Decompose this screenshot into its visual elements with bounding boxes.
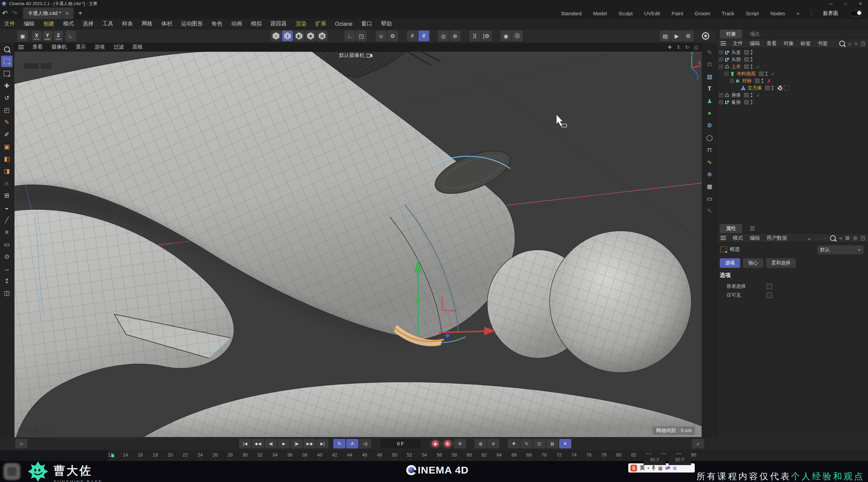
phong-tag-icon[interactable]	[777, 85, 783, 91]
record-keyframe-button[interactable]: ◆	[430, 439, 441, 448]
iron-tool[interactable]: ▭	[1, 239, 13, 250]
enabled-check-icon[interactable]: ✓	[770, 71, 776, 77]
tree-row[interactable]: 立方体	[717, 84, 868, 92]
popout-icon[interactable]: ◳	[861, 235, 866, 241]
key-pla-button[interactable]: ✕	[559, 439, 571, 448]
attributes-menu-模式[interactable]: 模式	[733, 235, 743, 241]
ime-logo-icon[interactable]: S	[630, 465, 637, 471]
modeling-settings-button[interactable]: ◎	[438, 31, 449, 41]
menu-工具[interactable]: 工具	[102, 20, 113, 27]
menu-角色[interactable]: 角色	[212, 20, 222, 27]
globe-icon[interactable]: ⊕	[704, 169, 715, 180]
maximize-button[interactable]: □	[838, 0, 853, 7]
object-manager-menu-查看[interactable]: 查看	[767, 40, 777, 47]
expand-icon[interactable]: +	[719, 51, 723, 54]
zoom-view-icon[interactable]: ⇕	[676, 44, 680, 50]
tab-对象[interactable]: 对象	[720, 29, 742, 39]
object-manager-menu-编辑[interactable]: 编辑	[750, 40, 760, 47]
loop-playback-button[interactable]: ↻	[333, 439, 346, 448]
tree-row[interactable]: +备份	[717, 99, 868, 106]
target-icon[interactable]: ◎	[853, 235, 857, 241]
preset-dropdown[interactable]: 默认 ▼	[817, 245, 864, 254]
symmetry-button[interactable]: )(	[469, 31, 480, 41]
object-manager-menu-标签[interactable]: 标签	[801, 40, 811, 47]
add-keyframe-button[interactable]: ◇	[15, 439, 27, 448]
object-manager-menu-对象[interactable]: 对象	[784, 40, 794, 47]
range-start-field[interactable]: 90 F	[644, 454, 666, 465]
layout-tab-sculpt[interactable]: Sculpt	[618, 11, 633, 16]
key-position-button[interactable]: ✚	[508, 439, 520, 448]
enabled-check-icon[interactable]: ✓	[755, 93, 761, 98]
layout-tab-model[interactable]: Model	[593, 11, 607, 16]
attributes-menu-用户数据[interactable]: 用户数据	[767, 235, 787, 241]
pan-view-icon[interactable]: ✚	[668, 44, 672, 50]
search-icon[interactable]	[839, 41, 845, 46]
visibility-dots[interactable]	[751, 93, 752, 97]
popout-icon[interactable]: ◳	[861, 40, 866, 46]
next-key-button[interactable]: ▶◆	[303, 439, 316, 448]
document-tab[interactable]: 卡通人物.c4d * ✕	[23, 7, 74, 19]
lock-icon[interactable]: ⊠	[845, 235, 850, 241]
prev-key-button[interactable]: ◆◀	[252, 439, 264, 448]
object-label[interactable]: 头部	[731, 57, 741, 63]
goto-start-button[interactable]: |◀	[239, 439, 251, 448]
option-checkbox[interactable]	[767, 293, 772, 298]
quantize-button[interactable]: #	[407, 31, 418, 41]
close-tab-icon[interactable]: ✕	[65, 11, 69, 16]
menu-窗口[interactable]: 窗口	[361, 20, 372, 27]
layer-swatch[interactable]	[755, 79, 760, 83]
object-label[interactable]: 对称	[742, 78, 752, 84]
ime-skin-icon[interactable]	[665, 466, 670, 470]
mode-button-选项[interactable]: 选项	[720, 258, 740, 268]
up-icon[interactable]: ↑	[824, 235, 827, 241]
workplane-icon[interactable]: ▣	[17, 31, 28, 41]
isolate-button[interactable]: ◉	[500, 31, 511, 41]
redo-button[interactable]: ↷	[12, 10, 18, 17]
floor-icon[interactable]: ▭	[704, 193, 715, 204]
text-tool-icon[interactable]: T	[704, 83, 715, 94]
axis-center-tool[interactable]: ↔	[1, 263, 13, 275]
visibility-dots[interactable]	[751, 57, 752, 62]
layer-swatch[interactable]	[744, 100, 749, 104]
visibility-dots[interactable]	[751, 64, 752, 69]
object-manager-hamburger-icon[interactable]	[721, 40, 726, 46]
menu-渲染[interactable]: 渲染	[296, 20, 307, 27]
texture-mode-button[interactable]: ▨	[317, 31, 328, 41]
layer-swatch[interactable]	[765, 86, 770, 90]
menu-网格[interactable]: 网格	[142, 20, 153, 27]
play-button[interactable]: ▶	[278, 439, 290, 448]
menu-模拟[interactable]: 模拟	[251, 20, 262, 27]
new-ui-toggle[interactable]	[850, 10, 862, 16]
layout-tab-paint[interactable]: Paint	[672, 11, 683, 16]
new-document-button[interactable]: +	[78, 9, 82, 17]
tree-row[interactable]: +头发	[717, 49, 868, 56]
menu-跟踪器[interactable]: 跟踪器	[271, 20, 287, 27]
layer-swatch[interactable]	[744, 50, 749, 55]
tree-row[interactable]: −上衣✓	[717, 63, 868, 70]
brush-tool[interactable]: ◒	[1, 202, 13, 214]
points-mode-button[interactable]: •	[271, 31, 281, 41]
filter-icon[interactable]: ≈	[839, 235, 842, 241]
close-button[interactable]: ✕	[853, 0, 868, 7]
menu-体积[interactable]: 体积	[161, 20, 172, 27]
object-manager-menu-文件[interactable]: 文件	[733, 40, 743, 47]
menu-创建[interactable]: 创建	[43, 20, 54, 27]
expand-icon[interactable]: +	[719, 93, 723, 97]
ime-toolbox-icon[interactable]: ⊞	[673, 465, 677, 471]
visibility-dots[interactable]	[751, 100, 752, 104]
split-view-tool[interactable]: ◫	[1, 287, 13, 299]
menu-样条[interactable]: 样条	[122, 20, 133, 27]
menu-Octane[interactable]: Octane	[335, 21, 353, 27]
rectangle-select-tool[interactable]	[1, 56, 13, 67]
knife-tool[interactable]: ╱	[1, 214, 13, 226]
minimize-button[interactable]: —	[823, 0, 838, 7]
undo-button[interactable]: ↶	[2, 10, 8, 17]
collapse-icon[interactable]: −	[725, 72, 728, 76]
edges-mode-button[interactable]: |	[282, 31, 293, 41]
menu-选择[interactable]: 选择	[83, 20, 94, 27]
visibility-dots[interactable]	[766, 72, 767, 76]
expand-icon[interactable]: +	[719, 100, 723, 104]
visibility-dots[interactable]	[762, 79, 763, 83]
sphere-icon[interactable]: ●	[704, 108, 715, 119]
goto-end-button[interactable]: ▶|	[316, 439, 329, 448]
